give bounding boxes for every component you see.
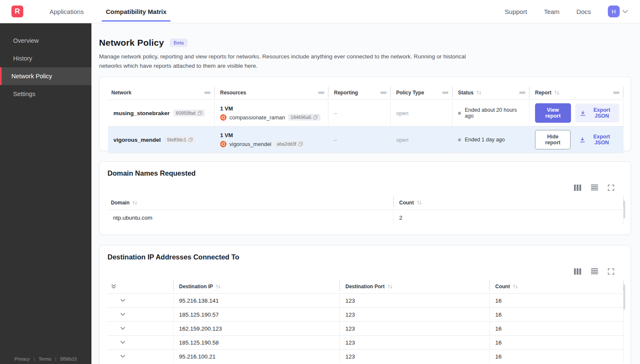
row-expander[interactable]: [108, 336, 174, 349]
chevron-down-icon[interactable]: [120, 355, 125, 358]
avatar[interactable]: H: [608, 6, 620, 17]
export-json-label: Export JSON: [589, 107, 615, 119]
row-expander[interactable]: [108, 308, 174, 321]
column-label: Count: [495, 284, 510, 290]
column-resize-handle[interactable]: [519, 91, 526, 94]
column-label: Resources: [220, 90, 246, 96]
destination-ip-value: 95.216.100.21: [174, 350, 340, 363]
column-header[interactable]: Count: [490, 279, 623, 293]
nav-link-team[interactable]: Team: [544, 8, 560, 15]
policy-type-value: open: [391, 100, 452, 126]
rows-icon[interactable]: [591, 185, 598, 190]
chevron-down-icon[interactable]: [120, 327, 125, 330]
sort-icon[interactable]: [387, 284, 393, 289]
column-header[interactable]: Count: [394, 196, 623, 210]
columns-icon[interactable]: [574, 268, 581, 275]
app-logo[interactable]: R: [11, 6, 23, 17]
column-header[interactable]: Network: [108, 85, 215, 99]
resource-id-badge[interactable]: 184696a5: [288, 114, 321, 121]
columns-icon[interactable]: [574, 185, 581, 191]
column-header[interactable]: Policy Type: [391, 85, 452, 99]
row-expander[interactable]: [108, 294, 174, 307]
export-json-button[interactable]: Export JSON: [575, 130, 619, 149]
domain-card-toolbar: [108, 184, 623, 191]
destination-port-value: 123: [340, 350, 490, 363]
destination-card-title: Destination IP Addresses Connected To: [108, 253, 623, 261]
destination-port-value: 123: [340, 294, 490, 307]
column-header[interactable]: Destination IP: [174, 279, 340, 293]
copy-icon[interactable]: [298, 142, 303, 146]
column-header[interactable]: Domain: [108, 196, 394, 210]
privacy-link[interactable]: Privacy: [14, 356, 30, 361]
destination-port-value: 123: [340, 308, 490, 321]
column-resize-handle[interactable]: [318, 91, 325, 94]
row-expander[interactable]: [108, 350, 174, 363]
fullscreen-icon[interactable]: [608, 185, 614, 191]
sort-icon[interactable]: [554, 90, 560, 95]
column-resize-handle[interactable]: [204, 91, 211, 94]
column-label: Count: [399, 200, 414, 206]
network-table-row[interactable]: musing_stonebraker 60959fad 1 VM: [108, 99, 623, 126]
network-id-badge[interactable]: 60959fad: [174, 110, 205, 116]
destination-ip-value: 95.216.138.141: [174, 294, 340, 307]
column-resize-handle[interactable]: [380, 91, 387, 94]
column-header[interactable]: Status: [452, 85, 530, 99]
chevron-down-icon[interactable]: [120, 313, 125, 316]
domain-table-row[interactable]: ntp.ubuntu.com 2: [108, 210, 623, 225]
destination-table-row[interactable]: 95.216.138.141 123 16: [108, 293, 623, 307]
chevron-down-icon[interactable]: [120, 341, 125, 344]
fullscreen-icon[interactable]: [608, 268, 614, 275]
double-chevron-down-icon[interactable]: [111, 284, 116, 289]
sort-icon[interactable]: [417, 200, 422, 205]
sort-icon[interactable]: [513, 284, 518, 289]
scrollbar-thumb[interactable]: [623, 284, 625, 310]
nav-link-docs[interactable]: Docs: [577, 8, 591, 15]
chevron-down-icon[interactable]: [120, 299, 125, 302]
domain-table-header: Domain Count: [108, 196, 623, 210]
copy-icon[interactable]: [198, 111, 202, 116]
rows-icon[interactable]: [591, 268, 598, 274]
sort-icon[interactable]: [132, 200, 138, 205]
expand-all-header[interactable]: [108, 279, 174, 293]
sidebar-item-settings[interactable]: Settings: [0, 85, 91, 103]
destination-table-row[interactable]: 162.159.200.123 123 16: [108, 321, 623, 335]
column-header[interactable]: Destination Port: [340, 279, 490, 293]
nav-link-support[interactable]: Support: [505, 8, 527, 15]
sort-icon[interactable]: [215, 284, 221, 289]
destination-port-value: 123: [340, 322, 490, 335]
export-json-button[interactable]: Export JSON: [575, 104, 620, 122]
resource-id-badge[interactable]: aba2dd3f: [274, 141, 306, 147]
ubuntu-icon: [220, 114, 226, 121]
column-resize-handle[interactable]: [442, 91, 449, 94]
copy-icon[interactable]: [188, 138, 193, 142]
destination-table-row[interactable]: 185.125.190.57 123 16: [108, 307, 623, 321]
scrollbar-thumb[interactable]: [623, 201, 625, 218]
user-menu[interactable]: H: [608, 6, 628, 17]
domain-names-card: Domain Names Requested Domain: [99, 161, 631, 235]
sidebar-item-history[interactable]: History: [0, 50, 91, 67]
sidebar-footer: Privacy| Terms| 5f56b15: [0, 356, 91, 361]
destination-table-row[interactable]: 185.125.190.58 123 16: [108, 335, 623, 349]
resources-summary: 1 VM: [220, 105, 233, 112]
sidebar-item-overview[interactable]: Overview: [0, 32, 91, 50]
destination-table-row[interactable]: 95.216.100.21 123 16: [108, 349, 623, 363]
resource-id: 184696a5: [291, 115, 312, 120]
download-icon: [580, 110, 586, 116]
column-header[interactable]: Reporting: [328, 85, 391, 99]
column-header[interactable]: Resources: [215, 85, 328, 99]
network-id-badge[interactable]: 5bdf3dc1: [165, 136, 196, 143]
tab-compatibility-matrix[interactable]: Compatibility Matrix: [95, 0, 177, 23]
copy-icon[interactable]: [313, 115, 318, 120]
column-resize-handle[interactable]: [613, 91, 620, 94]
row-expander[interactable]: [108, 322, 174, 335]
report-toggle-button[interactable]: View report: [535, 103, 571, 123]
sidebar-item-network-policy[interactable]: Network Policy: [0, 67, 91, 85]
reporting-value: –: [328, 127, 391, 153]
sort-icon[interactable]: [476, 90, 482, 95]
network-id: 60959fad: [176, 110, 196, 116]
report-toggle-button[interactable]: Hide report: [535, 130, 571, 149]
network-table-row[interactable]: vigorous_mendel 5bdf3dc1 1 VM vig: [108, 126, 623, 153]
terms-link[interactable]: Terms: [39, 356, 51, 361]
column-header[interactable]: Report: [530, 85, 623, 99]
tab-applications[interactable]: Applications: [39, 0, 95, 23]
